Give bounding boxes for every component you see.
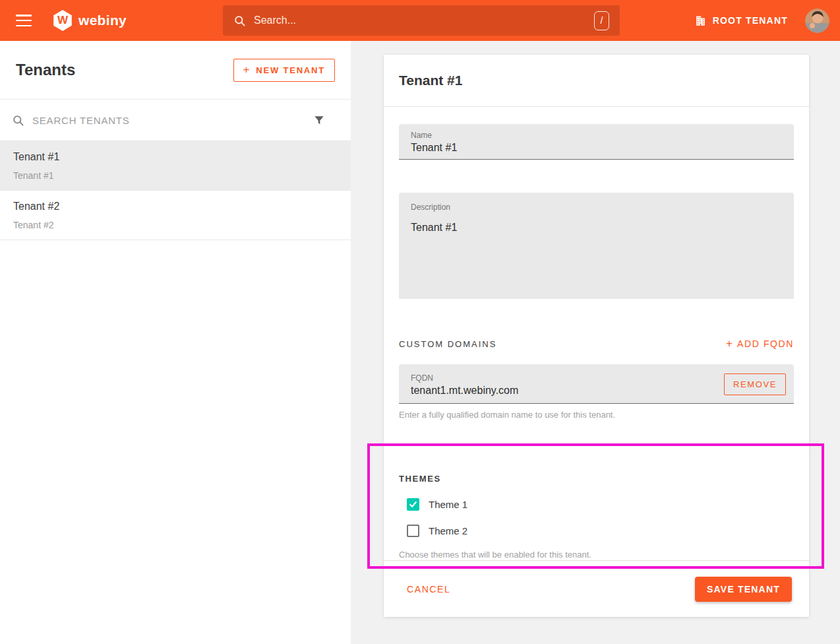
- search-input[interactable]: [254, 15, 594, 26]
- global-search-bar[interactable]: /: [223, 5, 620, 36]
- new-tenant-button-label: NEW TENANT: [256, 65, 325, 75]
- theme-option-label: Theme 2: [429, 525, 467, 536]
- search-icon: [12, 114, 24, 127]
- topbar-right-group: ROOT TENANT: [694, 9, 829, 33]
- checkbox-checked-icon[interactable]: [407, 498, 419, 511]
- checkbox-unchecked-icon[interactable]: [407, 525, 419, 537]
- add-fqdn-button[interactable]: + ADD FQDN: [726, 338, 794, 350]
- tenant-list-item[interactable]: Tenant #1 Tenant #1: [0, 141, 351, 191]
- top-app-bar: W webiny / ROOT TENANT: [0, 0, 840, 41]
- theme-option[interactable]: Theme 2: [399, 525, 794, 537]
- tenants-list-panel: Tenants + NEW TENANT Tenant #1 Tenant #1…: [0, 41, 351, 644]
- organization-icon: [694, 15, 707, 27]
- webiny-logo-text: webiny: [78, 13, 127, 28]
- themes-label: THEMES: [399, 474, 441, 484]
- description-field[interactable]: Description Tenant #1: [399, 193, 794, 299]
- slash-shortcut-key: /: [594, 11, 609, 30]
- name-field[interactable]: Name: [399, 124, 794, 160]
- cancel-button[interactable]: CANCEL: [407, 584, 450, 595]
- webiny-logo[interactable]: W webiny: [53, 10, 127, 31]
- tenant-item-name: Tenant #1: [13, 151, 338, 163]
- user-avatar[interactable]: [805, 9, 829, 33]
- search-icon: [233, 15, 246, 27]
- theme-option-label: Theme 1: [429, 499, 467, 510]
- plus-icon: +: [243, 66, 251, 74]
- tenant-item-name: Tenant #2: [13, 201, 338, 212]
- webiny-logo-letter: W: [57, 14, 68, 27]
- avatar-image: [805, 9, 829, 33]
- custom-domains-label: CUSTOM DOMAINS: [399, 339, 496, 349]
- tenant-list-item[interactable]: Tenant #2 Tenant #2: [0, 191, 351, 240]
- save-tenant-button[interactable]: SAVE TENANT: [695, 577, 792, 602]
- menu-icon[interactable]: [16, 15, 32, 26]
- tenants-search-row: [0, 100, 351, 141]
- form-title: Tenant #1: [399, 73, 462, 88]
- custom-domains-header: CUSTOM DOMAINS + ADD FQDN: [399, 338, 794, 350]
- filter-icon[interactable]: [313, 113, 326, 127]
- tenant-item-description: Tenant #2: [13, 220, 338, 230]
- fqdn-field[interactable]: FQDN REMOVE: [399, 364, 794, 404]
- name-input[interactable]: [399, 140, 794, 154]
- root-tenant-label: ROOT TENANT: [713, 15, 788, 26]
- checkmark-icon: [409, 500, 417, 509]
- tenant-item-description: Tenant #1: [13, 170, 338, 181]
- webiny-logo-hexagon: W: [53, 10, 73, 31]
- tenant-form-card: Tenant #1 Name Description Tenant #1 CUS…: [384, 55, 809, 617]
- remove-fqdn-button[interactable]: REMOVE: [724, 373, 786, 395]
- plus-icon: +: [726, 338, 733, 350]
- page-title: Tenants: [16, 61, 75, 79]
- form-footer: CANCEL SAVE TENANT: [384, 560, 809, 617]
- themes-helper-text: Choose themes that will be enabled for t…: [399, 550, 794, 560]
- description-input[interactable]: Tenant #1: [399, 212, 794, 278]
- form-header: Tenant #1: [384, 55, 809, 107]
- tenants-search-input[interactable]: [32, 115, 323, 126]
- fqdn-helper-text: Enter a fully qualified domain name to u…: [399, 410, 794, 420]
- add-fqdn-button-label: ADD FQDN: [737, 338, 794, 349]
- root-tenant-button[interactable]: ROOT TENANT: [694, 15, 788, 27]
- theme-option[interactable]: Theme 1: [399, 498, 794, 511]
- form-body: Name Description Tenant #1 CUSTOM DOMAIN…: [384, 124, 809, 560]
- new-tenant-button[interactable]: + NEW TENANT: [233, 59, 335, 82]
- themes-section: THEMES Theme 1 Theme 2 Choose themes tha…: [399, 472, 794, 560]
- description-field-label: Description: [399, 193, 794, 212]
- name-field-label: Name: [399, 124, 794, 140]
- tenants-list-header: Tenants + NEW TENANT: [0, 41, 351, 100]
